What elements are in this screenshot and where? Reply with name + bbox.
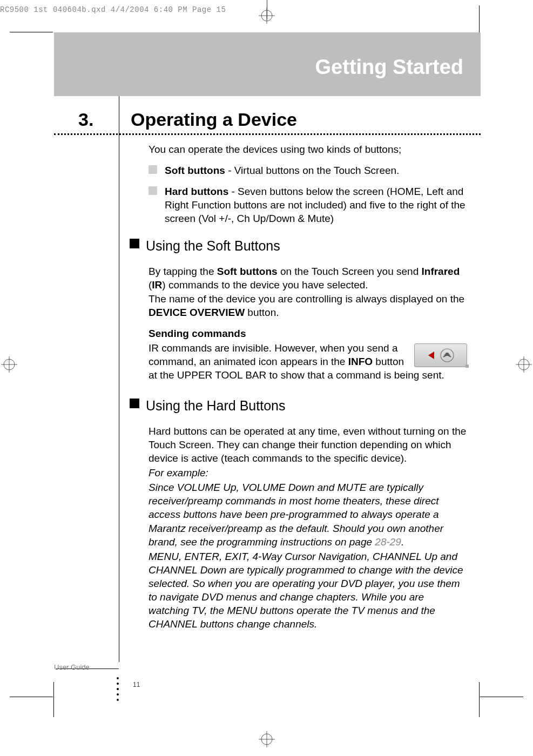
subsection-heading: Using the Soft Buttons (146, 238, 280, 253)
intro-text: You can operate the devices using two ki… (149, 143, 467, 156)
square-bullet-icon (149, 186, 157, 195)
text-bold: Infrared (422, 266, 460, 277)
crop-line (10, 697, 53, 697)
vertical-rule (119, 96, 119, 662)
bullet-bold: Soft buttons (165, 165, 225, 176)
text-bold: IR (152, 279, 162, 291)
text: button. (245, 307, 279, 318)
subsection: Using the Hard Buttons (130, 397, 448, 415)
print-file-header: RC9500 1st 040604b.qxd 4/4/2004 6:40 PM … (0, 5, 226, 14)
subsection: Using the Soft Buttons (130, 237, 448, 255)
bullet-item: Soft buttons - Virtual buttons on the To… (149, 164, 467, 177)
subsection-heading: Using the Hard Buttons (146, 398, 285, 413)
page-reference: 28-29 (375, 536, 401, 548)
square-bullet-icon (130, 239, 139, 248)
square-bullet-icon (149, 165, 157, 174)
content-area: 3. Operating a Device You can operate th… (54, 96, 481, 111)
bullet-bold: Hard buttons (165, 186, 228, 197)
registration-mark-right (516, 356, 532, 375)
chapter-title: Getting Started (315, 56, 463, 79)
text-bold: DEVICE OVERVIEW (149, 307, 245, 318)
paragraph: IR commands are invisible. However, when… (149, 341, 467, 382)
dotted-rule (54, 133, 481, 135)
svg-marker-12 (428, 352, 434, 359)
square-bullet-icon (130, 399, 139, 408)
crop-line (479, 682, 480, 717)
text: ) commands to the device you have select… (162, 279, 368, 291)
chapter-banner: Getting Started (54, 32, 481, 96)
registration-mark-top (259, 8, 275, 26)
paragraph: Hard buttons can be operated at any time… (149, 424, 467, 465)
bullet-item: Hard buttons - Seven buttons below the s… (149, 185, 467, 225)
vertical-dots-icon (117, 674, 121, 704)
info-signal-icon (414, 343, 467, 367)
registration-mark-bottom (259, 731, 275, 750)
example-label: For example: (149, 466, 467, 480)
text-italic: . (401, 536, 404, 548)
sub-sub-heading: Sending commands (149, 327, 467, 340)
crop-line (10, 32, 53, 32)
section-number: 3. (78, 109, 93, 130)
bullet-text: - Virtual buttons on the Touch Screen. (225, 165, 400, 176)
text-bold: Soft buttons (217, 266, 278, 277)
crop-line (53, 682, 54, 717)
footer-label: User Guide (54, 663, 90, 671)
example-paragraph: Since VOLUME Up, VOLUME Down and MUTE ar… (149, 481, 467, 548)
text-bold: INFO (348, 356, 373, 367)
registration-mark-left (1, 356, 17, 375)
paragraph: By tapping the Soft buttons on the Touch… (149, 265, 467, 319)
crop-line (480, 697, 523, 697)
section-heading: Operating a Device (131, 109, 297, 130)
text: The name of the device you are controlli… (149, 293, 464, 305)
page-content: Getting Started 3. Operating a Device Yo… (54, 32, 481, 680)
body-text: You can operate the devices using two ki… (149, 143, 467, 638)
crop-line (479, 5, 480, 32)
text: on the Touch Screen you send (278, 266, 422, 277)
page-number: 11 (133, 681, 140, 688)
example-paragraph: MENU, ENTER, EXIT, 4-Way Cursor Navigati… (149, 550, 467, 631)
text: By tapping the (149, 266, 217, 277)
